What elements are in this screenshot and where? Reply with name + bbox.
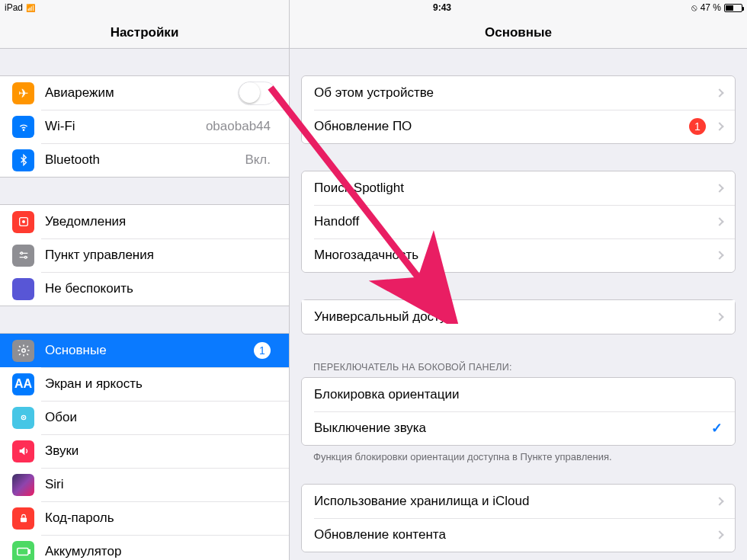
wifi-icon <box>12 116 34 138</box>
battery-icon <box>724 4 742 12</box>
svg-rect-8 <box>20 517 26 522</box>
gear-icon <box>12 340 34 362</box>
svg-point-7 <box>23 417 24 418</box>
bluetooth-icon <box>12 149 34 171</box>
svg-point-0 <box>23 130 24 130</box>
airplane-toggle[interactable] <box>238 82 277 105</box>
lock-icon <box>12 507 34 530</box>
status-bar: iPad 9:43 47 % <box>0 0 747 15</box>
sidebar-item-label: Уведомления <box>45 214 277 229</box>
row-spotlight[interactable]: Поиск Spotlight <box>302 171 735 205</box>
chevron-right-icon <box>715 88 723 97</box>
chevron-right-icon <box>715 530 723 539</box>
clock: 9:43 <box>294 2 590 13</box>
row-handoff[interactable]: Handoff <box>302 205 735 238</box>
chevron-right-icon <box>715 251 723 259</box>
row-background-refresh[interactable]: Обновление контента <box>302 518 735 552</box>
sidebar-item-label: Авиарежим <box>45 85 238 101</box>
svg-point-3 <box>21 252 23 254</box>
svg-rect-9 <box>17 549 27 555</box>
svg-point-5 <box>21 349 25 353</box>
sidebar-item-sounds[interactable]: Звуки <box>0 434 289 468</box>
badge: 1 <box>689 118 706 135</box>
row-label: Handoff <box>314 214 712 229</box>
row-label: Об этом устройстве <box>314 85 712 101</box>
siri-icon <box>12 474 34 496</box>
sidebar-item-bluetooth[interactable]: Bluetooth Вкл. <box>0 143 289 177</box>
sidebar-item-label: Обои <box>45 410 277 425</box>
row-label: Использование хранилища и iCloud <box>314 494 712 509</box>
sidebar-item-passcode[interactable]: Код-пароль <box>0 501 289 535</box>
chevron-right-icon <box>715 312 723 321</box>
notifications-icon <box>12 211 34 233</box>
sidebar-item-battery[interactable]: Аккумулятор <box>0 535 289 560</box>
row-label: Блокировка ориентации <box>314 387 723 402</box>
svg-point-4 <box>24 256 27 258</box>
chevron-right-icon <box>715 122 723 130</box>
settings-detail: Основные Об этом устройстве Обновление П… <box>290 0 747 560</box>
chevron-right-icon <box>715 184 723 192</box>
row-label: Выключение звука <box>314 421 711 436</box>
battery-icon <box>12 541 34 561</box>
sidebar-item-general[interactable]: Основные 1 <box>0 334 289 367</box>
row-storage-icloud[interactable]: Использование хранилища и iCloud <box>302 485 735 518</box>
sound-icon <box>12 440 34 462</box>
chevron-right-icon <box>715 217 723 226</box>
svg-point-2 <box>22 220 25 223</box>
row-label: Обновление ПО <box>314 119 689 134</box>
row-multitasking[interactable]: Многозадачность <box>302 238 735 272</box>
wallpaper-icon <box>12 407 34 429</box>
display-icon: AA <box>12 373 34 395</box>
sidebar-item-airplane[interactable]: ✈ Авиарежим <box>0 76 289 110</box>
checkmark-icon: ✓ <box>711 420 723 437</box>
wifi-icon <box>26 2 35 13</box>
row-label: Поиск Spotlight <box>314 181 712 196</box>
sidebar-item-label: Пункт управления <box>45 248 277 263</box>
sidebar-item-notifications[interactable]: Уведомления <box>0 205 289 238</box>
row-mute[interactable]: Выключение звука ✓ <box>302 411 735 445</box>
control-center-icon <box>12 245 34 267</box>
sidebar-item-control-center[interactable]: Пункт управления <box>0 238 289 272</box>
dnd-icon <box>12 278 34 300</box>
row-about[interactable]: Об этом устройстве <box>302 76 735 110</box>
row-label: Многозадачность <box>314 248 712 263</box>
sidebar-item-label: Wi-Fi <box>45 119 206 134</box>
row-lock-rotation[interactable]: Блокировка ориентации <box>302 378 735 411</box>
orientation-lock-icon <box>691 2 697 13</box>
row-software-update[interactable]: Обновление ПО 1 <box>302 110 735 143</box>
sidebar-item-wallpaper[interactable]: Обои <box>0 401 289 434</box>
device-label: iPad <box>5 2 23 13</box>
sidebar-item-label: Siri <box>45 477 277 492</box>
sidebar-item-label: Код-пароль <box>45 510 277 526</box>
sidebar-item-label: Основные <box>45 343 254 358</box>
battery-percent: 47 % <box>701 2 721 13</box>
sidebar-item-siri[interactable]: Siri <box>0 468 289 501</box>
settings-sidebar: Настройки ✈ Авиарежим Wi-Fi obaobab44 <box>0 0 290 560</box>
sidebar-item-display[interactable]: AA Экран и яркость <box>0 367 289 401</box>
row-accessibility[interactable]: Универсальный доступ <box>302 300 735 334</box>
badge: 1 <box>254 342 271 359</box>
group-footer-side-switch: Функция блокировки ориентации доступна в… <box>301 446 736 462</box>
sidebar-item-label: Экран и яркость <box>45 376 277 392</box>
wifi-network-name: obaobab44 <box>206 119 271 134</box>
row-label: Универсальный доступ <box>314 309 712 325</box>
sidebar-item-dnd[interactable]: Не беспокоить <box>0 272 289 306</box>
sidebar-item-label: Не беспокоить <box>45 281 277 296</box>
row-label: Обновление контента <box>314 527 712 542</box>
bluetooth-status: Вкл. <box>245 152 271 168</box>
svg-rect-10 <box>28 550 30 554</box>
airplane-icon: ✈ <box>12 82 34 104</box>
sidebar-item-label: Аккумулятор <box>45 544 277 559</box>
sidebar-item-label: Звуки <box>45 443 277 459</box>
sidebar-item-label: Bluetooth <box>45 152 245 168</box>
sidebar-item-wifi[interactable]: Wi-Fi obaobab44 <box>0 110 289 143</box>
chevron-right-icon <box>715 497 723 505</box>
group-header-side-switch: Переключатель на боковой панели: <box>301 357 736 377</box>
